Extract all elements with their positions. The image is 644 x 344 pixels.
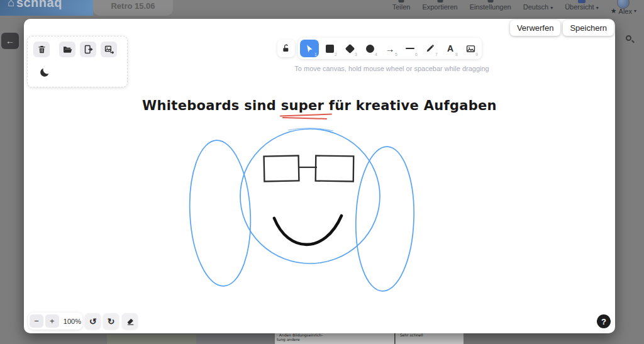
app-topbar: ⌂ schnaq Retro 15.06 Teilen Exportieren … — [0, 0, 644, 16]
undo-button[interactable]: ↺ — [85, 313, 101, 329]
chevron-down-icon: ▾ — [634, 8, 636, 14]
session-tab[interactable]: Retro 15.06 — [93, 0, 173, 16]
background-block — [196, 335, 274, 344]
nav-item-language[interactable]: Deutsch ▾ — [523, 3, 553, 11]
user-menu[interactable]: ★ Alex ▾ — [611, 7, 636, 15]
zoom-controls: − + 100% — [28, 313, 82, 330]
search-icon[interactable] — [625, 35, 635, 45]
redo-button[interactable]: ↻ — [103, 313, 119, 329]
nav-label: Übersicht — [565, 3, 594, 11]
undo-icon: ↺ — [89, 316, 97, 326]
topbar-nav: Teilen Exportieren Einstellungen Deutsch… — [392, 0, 636, 15]
settings-icon — [487, 0, 493, 3]
brand-logo[interactable]: ⌂ schnaq — [0, 0, 93, 16]
whiteboard-dialog: Verwerfen Speichern — [24, 19, 615, 333]
session-tab-label: Retro 15.06 — [111, 1, 155, 11]
chevron-down-icon: ▾ — [550, 5, 553, 11]
share-icon — [399, 0, 404, 3]
glasses-right-lens[interactable] — [316, 156, 354, 182]
chevron-down-icon: ▾ — [596, 5, 599, 11]
house-icon: ⌂ — [8, 0, 14, 9]
zoom-out-button[interactable]: − — [30, 314, 43, 328]
nav-item-teilen[interactable]: Teilen — [392, 3, 411, 11]
left-ear-ellipse[interactable] — [186, 139, 254, 288]
help-button[interactable]: ? — [597, 314, 611, 328]
export-icon — [437, 0, 443, 3]
star-icon: ★ — [611, 7, 617, 15]
nav-label: Exportieren — [422, 3, 457, 11]
zoom-level[interactable]: 100% — [64, 318, 81, 325]
overview-icon — [578, 0, 586, 3]
nav-label: Deutsch — [523, 3, 548, 11]
glasses-left-lens[interactable] — [264, 155, 299, 181]
smile-stroke[interactable] — [274, 216, 341, 245]
redo-icon: ↻ — [108, 316, 115, 326]
right-ear-ellipse[interactable] — [353, 145, 416, 292]
sidebar-back-button[interactable]: ← — [1, 33, 19, 49]
nav-item-exportieren[interactable]: Exportieren — [422, 3, 457, 11]
nav-label: Einstellungen — [470, 3, 511, 11]
brand-name: schnaq — [16, 0, 62, 10]
background-note-left: · Anden Bildungseinrich- tung andere — [275, 331, 395, 344]
nav-item-uebersicht[interactable]: Übersicht ▾ — [565, 3, 599, 11]
whiteboard-drawing — [24, 19, 615, 333]
eraser-button[interactable] — [122, 313, 138, 329]
zoom-in-button[interactable]: + — [45, 314, 59, 328]
eraser-icon — [126, 317, 135, 326]
nav-item-einstellungen[interactable]: Einstellungen — [470, 3, 511, 11]
question-icon: ? — [601, 317, 606, 326]
background-block — [107, 335, 196, 344]
arrow-left-icon: ← — [6, 36, 14, 46]
nav-label: Teilen — [392, 3, 411, 11]
background-note-right: · Sehr schnell — [396, 331, 464, 344]
